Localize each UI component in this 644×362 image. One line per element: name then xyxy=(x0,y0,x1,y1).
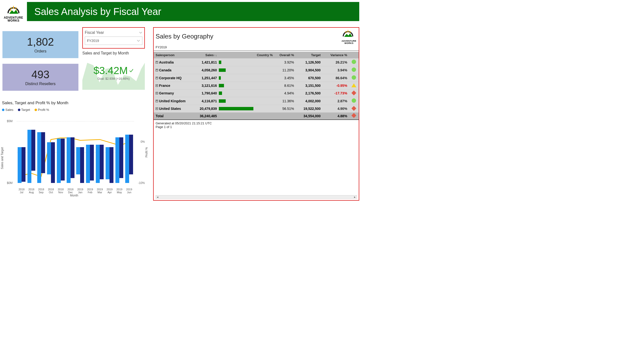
bar-group[interactable] xyxy=(28,130,35,183)
col-salesperson[interactable]: Salesperson xyxy=(154,52,194,58)
col-target[interactable]: Target xyxy=(296,52,323,58)
table-row[interactable]: +Australia1,421,8113.92%1,126,50026.21% xyxy=(154,58,359,66)
x-tick: 2019Mar xyxy=(95,188,105,194)
x-tick: 2018Nov xyxy=(56,188,66,194)
col-variance[interactable]: Variance % xyxy=(322,52,349,58)
kpi-orders-label: Orders xyxy=(34,49,46,54)
bar-group[interactable] xyxy=(116,137,123,183)
slicer-selected: FY2019 xyxy=(87,39,99,43)
total-row: Total36,240,48534,554,0004.88% xyxy=(154,113,359,119)
col-sales-bar[interactable] xyxy=(219,52,254,58)
x-tick: 2018Jul xyxy=(17,188,26,194)
kpi-sales-target-card[interactable]: Sales and Target by Month $3.42M Goal: $… xyxy=(82,51,145,93)
expand-icon[interactable]: + xyxy=(156,84,158,87)
x-tick: 2019Jan xyxy=(76,188,85,194)
region-name: Australia xyxy=(159,60,174,64)
table-row[interactable]: +France3,121,6168.61%3,151,500-0.95% xyxy=(154,82,359,90)
bar-group[interactable] xyxy=(125,135,133,183)
matrix-footer: Generated at 05/20/2021 21:15:21 UTC Pag… xyxy=(154,119,359,130)
x-tick: 2019May xyxy=(114,188,124,194)
y-left-max: $5M xyxy=(7,119,12,123)
scroll-left-icon[interactable]: ◄ xyxy=(156,196,159,198)
expand-icon[interactable]: + xyxy=(156,92,158,94)
region-name: Canada xyxy=(159,68,172,72)
slicer-dropdown[interactable]: FY2019 xyxy=(85,37,142,45)
y-left-title: Sales and Target xyxy=(0,147,4,169)
expand-icon[interactable]: + xyxy=(156,69,158,71)
y-right-low: -10% xyxy=(138,181,145,185)
bar-group[interactable] xyxy=(67,137,74,183)
kpi-green-icon xyxy=(352,68,356,72)
logo: ADVENTUREWORKS xyxy=(2,2,24,24)
legend-target: Target xyxy=(21,108,30,112)
sales-by-geography-matrix[interactable]: Sales by Geography ADVENTUREWORKS FY2019… xyxy=(153,27,359,201)
table-row[interactable]: +Canada4,058,26011.20%3,904,5003.94% xyxy=(154,66,359,74)
legend-sales: Sales xyxy=(6,108,14,112)
bar-group[interactable] xyxy=(106,147,114,183)
sort-icon: ↑↓ xyxy=(214,54,217,57)
kpi-resellers-value: 493 xyxy=(31,69,49,81)
y-right-title: Profit % xyxy=(145,147,148,157)
logo-text-2: WORKS xyxy=(8,19,20,22)
matrix-subtitle: FY2019 xyxy=(154,45,359,51)
kpi-warning-icon xyxy=(352,83,356,87)
svg-marker-0 xyxy=(13,6,14,8)
bar-group[interactable] xyxy=(86,145,94,183)
table-row[interactable]: +Germany1,790,6404.94%2,176,500-17.73% xyxy=(154,90,359,97)
kpi-resellers-label: Distinct Resellers xyxy=(25,82,56,86)
region-name: United Kingdom xyxy=(159,99,186,103)
y-left-min: $0M xyxy=(7,181,12,185)
x-tick: 2018Dec xyxy=(66,188,76,194)
expand-icon[interactable]: + xyxy=(156,100,158,102)
x-tick: 2018Aug xyxy=(26,188,36,194)
chart-title: Sales, Target and Profit % by Month xyxy=(2,101,68,106)
fiscal-year-slicer[interactable]: Fiscal Year FY2019 xyxy=(82,27,145,49)
x-tick: 2019Jun xyxy=(124,188,134,194)
kpi-orders-card[interactable]: 1,802 Orders xyxy=(2,31,78,58)
footer-page: Page 1 of 1 xyxy=(156,125,357,129)
col-kpi xyxy=(349,52,359,58)
combo-chart[interactable]: Sales and Target $5M $0M Profit % 0% -10… xyxy=(0,115,148,196)
bar-group[interactable] xyxy=(57,139,65,183)
legend-profit: Profit % xyxy=(38,108,49,112)
region-name: Germany xyxy=(159,91,174,95)
expand-icon[interactable]: + xyxy=(156,61,158,64)
region-name: France xyxy=(159,84,170,88)
kpi-alert-icon xyxy=(352,113,356,118)
expand-icon[interactable]: + xyxy=(156,107,158,110)
y-right-mid: 0% xyxy=(141,140,145,144)
chevron-down-icon[interactable] xyxy=(137,39,140,43)
region-name: Corporate HQ xyxy=(159,76,182,80)
bar-group[interactable] xyxy=(47,142,55,183)
matrix-table[interactable]: Salesperson Sales↑↓ Country % Overall % … xyxy=(154,52,359,119)
kpi-alert-icon xyxy=(352,91,356,95)
scroll-right-icon[interactable]: ► xyxy=(353,196,356,198)
x-tick: 2018Oct xyxy=(46,188,56,194)
kpi-alert-icon xyxy=(352,106,356,111)
slicer-title: Fiscal Year xyxy=(85,31,104,35)
region-name: United States xyxy=(159,107,181,111)
footer-generated: Generated at 05/20/2021 21:15:21 UTC xyxy=(156,121,357,125)
svg-marker-7 xyxy=(347,30,348,32)
bar-group[interactable] xyxy=(96,145,104,183)
kpi-resellers-card[interactable]: 493 Distinct Resellers xyxy=(2,64,78,91)
x-axis-title: Month xyxy=(0,194,148,197)
x-tick: 2019Apr xyxy=(105,188,114,194)
header-banner: Sales Analysis by Fiscal Year xyxy=(27,2,359,21)
x-tick: 2019Feb xyxy=(85,188,95,194)
col-country[interactable]: Country % xyxy=(254,52,275,58)
table-row[interactable]: +United States20,479,83956.51%19,522,500… xyxy=(154,105,359,113)
expand-icon[interactable]: + xyxy=(156,77,158,79)
svg-marker-10 xyxy=(344,33,352,37)
col-overall[interactable]: Overall % xyxy=(275,52,296,58)
bar-group[interactable] xyxy=(37,132,45,183)
horizontal-scrollbar[interactable]: ◄ ► xyxy=(156,195,357,199)
bar-group[interactable] xyxy=(18,147,26,183)
chevron-down-icon[interactable] xyxy=(139,31,142,34)
kpi-sales-value: $3.42M xyxy=(93,65,128,77)
page-title: Sales Analysis by Fiscal Year xyxy=(34,6,161,17)
col-sales[interactable]: Sales↑↓ xyxy=(194,52,219,58)
bar-group[interactable] xyxy=(76,147,84,183)
table-row[interactable]: +United Kingdom4,116,87111.36%4,002,0002… xyxy=(154,97,359,105)
table-row[interactable]: +Corporate HQ1,251,4473.45%670,50086.64% xyxy=(154,74,359,82)
